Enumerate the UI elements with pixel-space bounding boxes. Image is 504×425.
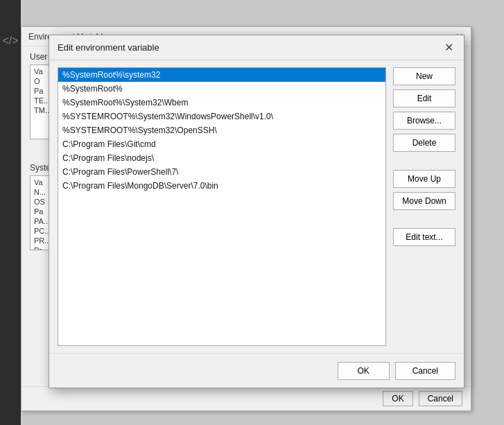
dialog-body: %SystemRoot%\system32 %SystemRoot% %Syst…	[49, 60, 464, 353]
path-list[interactable]: %SystemRoot%\system32 %SystemRoot% %Syst…	[58, 67, 386, 346]
list-item[interactable]: %SYSTEMROOT%\System32\OpenSSH\	[58, 123, 385, 137]
browse-button[interactable]: Browse...	[393, 112, 455, 130]
dialog-titlebar: Edit environment variable ✕	[49, 35, 464, 60]
ok-button[interactable]: OK	[338, 362, 390, 380]
list-item[interactable]: %SystemRoot%\System32\Wbem	[58, 96, 385, 110]
action-buttons-panel: New Edit Browse... Delete Move Up Move D…	[393, 67, 455, 346]
dialog-footer: OK Cancel	[49, 353, 464, 388]
list-item[interactable]: C:\Program Files\MongoDB\Server\7.0\bin	[58, 179, 385, 193]
edit-button[interactable]: Edit	[393, 89, 455, 107]
list-item[interactable]: C:\Program Files\PowerShell\7\	[58, 165, 385, 179]
cancel-button[interactable]: Cancel	[395, 362, 455, 380]
edit-text-button[interactable]: Edit text...	[393, 228, 455, 246]
list-item[interactable]: C:\Program Files\Git\cmd	[58, 137, 385, 151]
env-bg-ok-button[interactable]: OK	[383, 391, 412, 406]
env-bg-footer: OK Cancel	[21, 386, 471, 410]
ide-icon: </>	[2, 35, 18, 47]
move-down-button[interactable]: Move Down	[393, 192, 455, 210]
dialog-close-button[interactable]: ✕	[442, 41, 455, 55]
list-item[interactable]: %SystemRoot%	[58, 82, 385, 96]
list-item[interactable]: %SystemRoot%\system32	[58, 68, 385, 82]
delete-button[interactable]: Delete	[393, 134, 455, 152]
list-item[interactable]: C:\Program Files\nodejs\	[58, 151, 385, 165]
list-item[interactable]: %SYSTEMROOT%\System32\WindowsPowerShell\…	[58, 110, 385, 123]
ide-strip: </>	[0, 0, 21, 425]
edit-env-dialog: Edit environment variable ✕ %SystemRoot%…	[49, 35, 464, 388]
button-spacer	[393, 156, 455, 166]
move-up-button[interactable]: Move Up	[393, 170, 455, 188]
env-bg-cancel-button[interactable]: Cancel	[419, 391, 462, 406]
new-button[interactable]: New	[393, 67, 455, 85]
dialog-title: Edit environment variable	[58, 42, 159, 53]
button-spacer-2	[393, 214, 455, 224]
